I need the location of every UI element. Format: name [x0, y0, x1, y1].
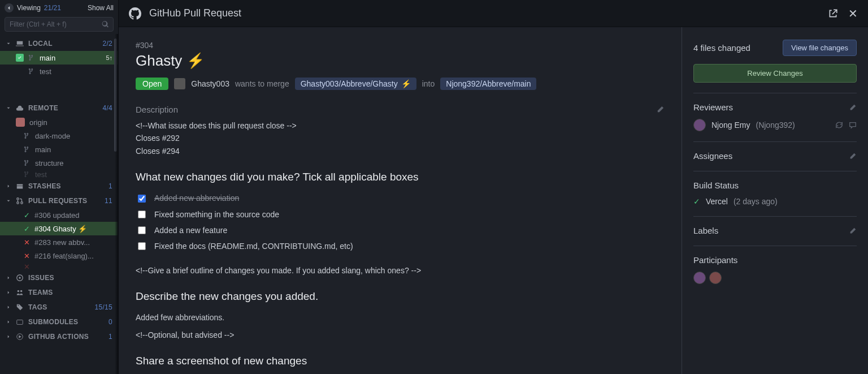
edit-icon[interactable]	[849, 227, 857, 235]
section-prs[interactable]: PULL REQUESTS 11	[0, 194, 118, 208]
pr-label: #283 new abbv...	[34, 238, 112, 247]
issues-icon	[16, 274, 24, 282]
section-submodules[interactable]: SUBMODULES 0	[0, 315, 118, 329]
pr-item[interactable]: ✕ #283 new abbv...	[0, 235, 118, 249]
edit-description-icon[interactable]	[656, 105, 665, 114]
view-file-changes-button[interactable]: View file changes	[783, 40, 857, 56]
review-changes-button[interactable]: Review Changes	[693, 64, 857, 83]
x-icon: ✕	[24, 252, 30, 260]
section-teams[interactable]: TEAMS	[0, 285, 118, 300]
panel-header: GitHub Pull Request ✕	[119, 0, 868, 27]
branch-test[interactable]: test	[0, 65, 118, 78]
checkbox[interactable]	[138, 226, 146, 234]
describe-heading: Describe the new changes you added.	[136, 289, 665, 304]
section-tags[interactable]: TAGS 15/15	[0, 300, 118, 315]
section-label: PULL REQUESTS	[28, 197, 87, 205]
refresh-icon[interactable]	[835, 121, 843, 129]
checkbox-label: Added new abbreviation	[154, 192, 239, 204]
pr-item[interactable]: ✕	[0, 263, 118, 270]
author-name[interactable]: Ghasty003	[191, 79, 229, 88]
remote-branch[interactable]: dark-mode	[0, 129, 118, 143]
edit-icon[interactable]	[849, 104, 857, 111]
avatar-icon[interactable]	[693, 272, 706, 284]
source-branch-tag[interactable]: Ghasty003/Abbreve/Ghasty⚡	[295, 78, 416, 90]
checkbox-row: Fixed something in the source code	[136, 209, 665, 220]
close-icon[interactable]: ✕	[848, 8, 858, 19]
desc-line: <!--What issue does this pull request cl…	[136, 120, 665, 131]
pr-item-active[interactable]: ✓ #304 Ghasty ⚡	[0, 222, 118, 235]
check-icon: ✓	[693, 197, 700, 206]
section-issues[interactable]: ISSUES	[0, 270, 118, 285]
section-count: 0	[108, 318, 112, 326]
reviewers-heading: Reviewers	[693, 102, 733, 112]
open-external-icon[interactable]	[828, 8, 838, 19]
remote-origin[interactable]: origin	[0, 115, 118, 129]
checkbox[interactable]	[138, 242, 146, 250]
stash-icon	[16, 182, 24, 190]
svg-point-2	[18, 290, 20, 293]
section-actions[interactable]: GITHUB ACTIONS 1	[0, 329, 118, 344]
section-count: 4/4	[102, 104, 112, 112]
checkbox-row: Added a new feature	[136, 225, 665, 236]
pr-item[interactable]: ✕ #216 feat(slang)...	[0, 249, 118, 263]
branch-icon	[24, 160, 31, 166]
build-name: Vercel	[706, 197, 728, 206]
svg-point-3	[20, 290, 23, 293]
checkbox[interactable]	[138, 210, 146, 218]
build-time: (2 days ago)	[734, 197, 778, 206]
reviewer-row[interactable]: Njong Emy (Njong392)	[693, 119, 857, 131]
section-label: ISSUES	[28, 274, 54, 282]
section-local[interactable]: LOCAL 2/2	[0, 36, 118, 51]
section-remote[interactable]: REMOTE 4/4	[0, 101, 118, 115]
remote-branch[interactable]: structure	[0, 156, 118, 170]
reviewer-name: Njong Emy	[711, 121, 750, 130]
branch-label: test	[35, 170, 112, 179]
viewing-label: Viewing	[17, 4, 41, 12]
back-button[interactable]	[5, 3, 14, 12]
branch-label: main	[40, 54, 101, 62]
section-label: TAGS	[28, 303, 47, 311]
branch-icon	[28, 54, 35, 61]
section-label: GITHUB ACTIONS	[28, 333, 89, 341]
branch-status: 5↑	[106, 54, 112, 61]
tags-icon	[16, 303, 24, 311]
checkbox-label: Added a new feature	[154, 225, 227, 236]
description-body: <!--What issue does this pull request cl…	[136, 120, 665, 369]
github-icon	[129, 7, 141, 20]
remote-branch[interactable]: main	[0, 143, 118, 156]
filter-input[interactable]	[5, 17, 114, 32]
edit-icon[interactable]	[849, 152, 857, 160]
section-label: TEAMS	[28, 289, 53, 296]
show-all-link[interactable]: Show All	[88, 4, 114, 12]
reviewer-handle: (Njong392)	[756, 121, 795, 130]
sidebar-scrollbar[interactable]	[114, 38, 117, 152]
checkbox[interactable]	[138, 195, 146, 203]
branch-label: main	[35, 145, 112, 154]
remote-branch[interactable]: test	[0, 170, 118, 179]
pr-item[interactable]: ✓ #306 updated	[0, 208, 118, 222]
changes-heading: What new changes did you make? Tick all …	[136, 169, 665, 185]
labels-heading: Labels	[693, 226, 718, 235]
branch-icon	[28, 68, 35, 75]
pr-content: #304 Ghasty ⚡ Open Ghasty003 wants to me…	[119, 27, 682, 374]
status-badge: Open	[136, 78, 168, 90]
section-count: 11	[105, 197, 112, 205]
avatar-icon	[693, 119, 706, 131]
branch-main[interactable]: main 5↑	[0, 51, 118, 65]
section-count: 1	[108, 333, 112, 341]
pr-label: #304 Ghasty ⚡	[34, 225, 112, 233]
comment-icon[interactable]	[849, 121, 857, 129]
check-icon: ✓	[24, 211, 30, 220]
build-status-heading: Build Status	[693, 180, 739, 190]
avatar-icon[interactable]	[709, 272, 722, 284]
branch-icon	[24, 171, 31, 178]
target-branch-tag[interactable]: Njong392/Abbreve/main	[440, 78, 536, 90]
laptop-icon	[16, 40, 24, 48]
teams-icon	[16, 289, 24, 296]
actions-icon	[16, 333, 24, 341]
branch-icon	[24, 132, 31, 139]
section-stashes[interactable]: STASHES 1	[0, 179, 118, 194]
cloud-icon	[16, 104, 24, 112]
panel-title: GitHub Pull Request	[149, 7, 241, 19]
right-sidebar: 4 files changed View file changes Review…	[682, 27, 868, 374]
